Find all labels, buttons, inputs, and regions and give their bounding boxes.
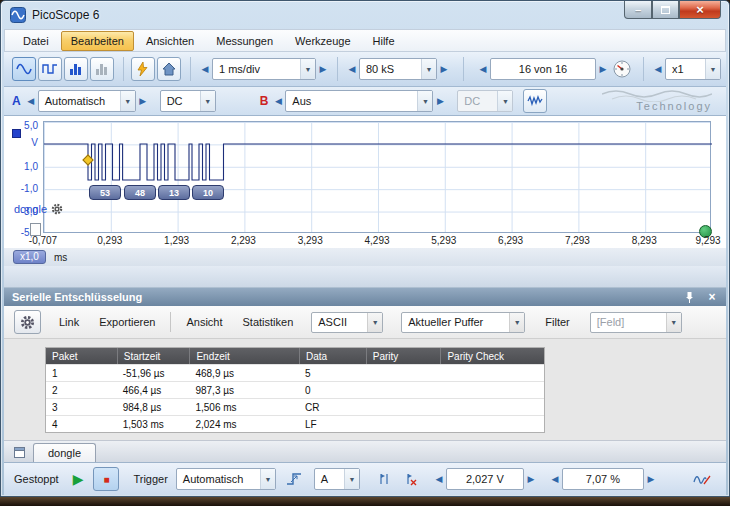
cell-startzeit: -51,96 µs [117,365,190,381]
channel-a-coupling-select[interactable]: DC▼ [160,90,216,112]
buffer-next-button[interactable]: ▶ [596,58,610,80]
gear-icon[interactable] [51,203,63,215]
channel-b-range-next-button[interactable]: ▶ [433,90,447,112]
column-header[interactable]: Paket [46,348,117,364]
home-button[interactable] [157,57,181,81]
trigger-edge-button[interactable] [282,467,306,491]
trigger-level-down-button[interactable]: ◀ [432,468,446,490]
status-bar: Gestoppt ▶ ■ Trigger Automatisch▼ A▼ ◀ 2… [4,462,726,495]
channel-a-label[interactable]: A [12,94,21,108]
channel-a-range-select[interactable]: Automatisch▼ [38,90,136,112]
chevron-down-icon: ▼ [120,91,135,111]
maximize-button[interactable] [652,1,679,19]
buffer-select[interactable]: Aktueller Puffer▼ [401,312,525,333]
stop-capture-button[interactable]: ■ [93,467,119,491]
export-button[interactable]: Exportieren [91,312,163,332]
minimize-button[interactable]: – [624,1,652,19]
column-header[interactable]: Parity Check [440,348,544,364]
buffer-prev-button[interactable]: ◀ [476,58,490,80]
column-header[interactable]: Data [299,348,366,364]
menu-item-ansichten[interactable]: Ansichten [136,31,204,51]
trigger-marker-button[interactable] [690,467,714,491]
pin-panel-button[interactable] [680,289,698,305]
decode-settings-button[interactable] [14,310,41,334]
waveform-options-button[interactable] [523,89,547,113]
field-value: [Feld] [591,316,666,328]
pretrigger-up-button[interactable]: ▶ [644,468,658,490]
samples-select[interactable]: 80 kS▼ [359,58,437,80]
statistics-button[interactable]: Statistiken [235,312,302,332]
app-icon [10,7,26,23]
samples-prev-button[interactable]: ◀ [345,58,359,80]
table-row[interactable]: 4 1,503 ms 2,024 ms LF [46,415,544,432]
channel-b-label[interactable]: B [260,94,269,108]
table-row[interactable]: 2 466,4 µs 987,3 µs 0 [46,381,544,398]
decoded-packet-tag[interactable]: 53 [89,185,121,200]
channel-a-range-next-button[interactable]: ▶ [136,90,150,112]
cell-paket: 2 [46,382,117,398]
column-header[interactable]: Endzeit [189,348,299,364]
trigger-source-value: A [315,473,344,485]
menu-item-datei[interactable]: Datei [13,31,59,51]
trigger-source-select[interactable]: A▼ [314,468,360,490]
x-tick: 5,293 [431,235,456,246]
table-row[interactable]: 3 984,8 µs 1,506 ms CR [46,398,544,415]
close-button[interactable]: × [679,1,721,19]
timebase-next-button[interactable]: ▶ [316,58,330,80]
zoom-select[interactable]: x1▼ [665,58,721,80]
title-bar[interactable]: PicoScope 6 – × [1,1,729,29]
pretrigger-down-button[interactable]: ◀ [548,468,562,490]
zoom-prev-button[interactable]: ◀ [651,58,665,80]
timebase-prev-button[interactable]: ◀ [198,58,212,80]
trigger-level-box[interactable]: 2,027 V [446,468,524,490]
link-button[interactable]: Link [51,312,87,332]
cell-data: 0 [299,382,366,398]
start-capture-button[interactable]: ▶ [73,471,84,487]
buffer-position-box[interactable]: 16 von 16 [490,58,596,80]
waveform-plot[interactable]: 53 48 13 10 [43,121,711,233]
panel-splitter[interactable] [4,266,726,287]
x-axis-unit: ms [54,252,67,263]
x-zoom-badge[interactable]: x1,0 [13,250,46,264]
filter-button[interactable]: Filter [537,312,577,332]
auto-setup-button[interactable] [131,57,155,81]
scope-mode-button[interactable] [12,57,36,81]
decoded-packet-tag[interactable]: 13 [158,185,190,200]
y-tick: 5,0 [4,120,38,131]
timebase-select[interactable]: 1 ms/div▼ [212,58,316,80]
toolbar-separator [190,57,191,81]
digital-mode-button[interactable] [38,57,62,81]
channel-b-range-prev-button[interactable]: ◀ [271,90,285,112]
samples-next-button[interactable]: ▶ [437,58,451,80]
decode-panel-title: Serielle Entschlüsselung [12,291,142,303]
channel-a-range-prev-button[interactable]: ◀ [24,90,38,112]
menu-item-messungen[interactable]: Messungen [206,31,283,51]
table-row[interactable]: 1 -51,96 µs 468,9 µs 5 [46,364,544,381]
column-header[interactable]: Startzeit [117,348,190,364]
x-tick: 7,293 [565,235,590,246]
decode-trace-label[interactable]: dongle [14,203,63,215]
trigger-mode-select[interactable]: Automatisch▼ [176,468,276,490]
view-button[interactable]: Ansicht [178,312,230,332]
menu-item-hilfe[interactable]: Hilfe [363,31,405,51]
persistence-mode-button[interactable] [90,57,114,81]
menu-item-bearbeiten[interactable]: Bearbeiten [61,31,134,51]
pretrigger-box[interactable]: 7,07 % [562,468,644,490]
marker-clear-button[interactable] [398,467,422,491]
column-header[interactable]: Parity [366,348,441,364]
buffer-navigator-button[interactable] [610,57,634,81]
marker-button[interactable] [372,467,396,491]
trigger-level-up-button[interactable]: ▶ [524,468,538,490]
close-panel-button[interactable]: × [703,289,721,305]
decoded-packet-tag[interactable]: 10 [192,185,224,200]
marker-icon [376,471,392,487]
menu-item-werkzeuge[interactable]: Werkzeuge [285,31,360,51]
format-select[interactable]: ASCII▼ [311,312,383,333]
decoded-packet-tag[interactable]: 48 [124,185,156,200]
decode-panel-header[interactable]: Serielle Entschlüsselung × [4,287,726,306]
tab-dongle[interactable]: dongle [33,443,96,462]
x-tick: 3,293 [298,235,323,246]
field-select[interactable]: [Feld]▼ [590,312,682,333]
channel-b-range-select[interactable]: Aus▼ [285,90,433,112]
spectrum-mode-button[interactable] [64,57,88,81]
